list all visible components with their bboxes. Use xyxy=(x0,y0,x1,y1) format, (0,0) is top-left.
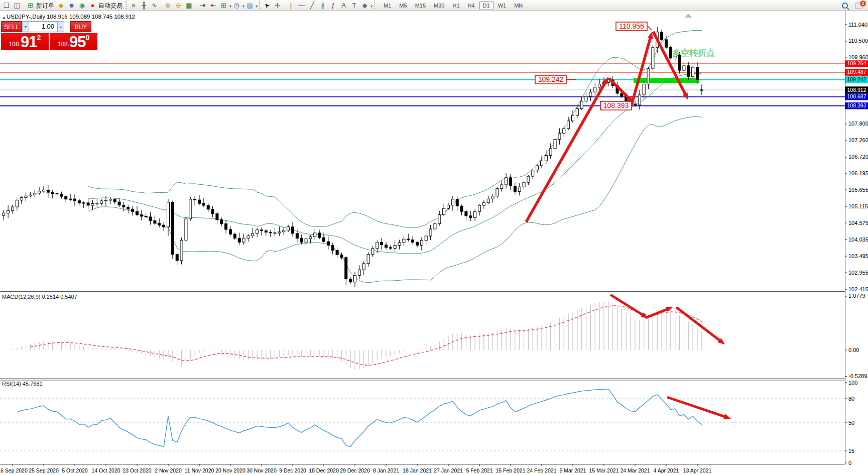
candle-body xyxy=(589,92,592,96)
candlestick-chart-icon[interactable]: ╫ xyxy=(139,1,149,10)
sell-price-box[interactable]: 108. 91 2 xyxy=(1,33,49,50)
new-order-button-label[interactable]: 新订单 xyxy=(36,2,54,9)
indicators-icon[interactable]: ⊞ xyxy=(219,1,228,10)
date-label[interactable]: 27 Jan 2021 xyxy=(434,467,463,473)
date-label[interactable]: 24 Mar 2021 xyxy=(621,467,650,473)
timeframe-m15[interactable]: M15 xyxy=(412,1,429,10)
rsi-tick-label: 50 xyxy=(848,420,854,426)
arrows-shapes-icon[interactable]: ◆ xyxy=(360,1,369,10)
buy-button[interactable]: BUY xyxy=(70,21,91,32)
date-label[interactable]: 24 Feb 2021 xyxy=(527,467,557,473)
volume-input[interactable]: 1.00 xyxy=(29,21,57,32)
date-label[interactable]: 30 Nov 2020 xyxy=(246,467,277,473)
auto-scroll-icon[interactable]: ⇥ xyxy=(198,1,207,10)
date-label[interactable]: 14 Oct 2020 xyxy=(91,467,120,473)
signals-icon[interactable]: ◉ xyxy=(77,1,87,10)
indicators-icon-caret[interactable]: ▾ xyxy=(229,4,231,9)
trend-arrow-head[interactable] xyxy=(648,32,653,39)
chart-profiles-icon[interactable]: ◫ xyxy=(12,1,22,10)
timeframe-d1[interactable]: D1 xyxy=(479,1,493,10)
text-icon[interactable]: A xyxy=(339,1,348,10)
date-label[interactable]: 20 Nov 2020 xyxy=(215,467,245,473)
date-label[interactable]: 16 Sep 2020 xyxy=(0,467,28,473)
date-label[interactable]: 15 Mar 2021 xyxy=(589,467,619,473)
crosshair-icon[interactable]: ✛ xyxy=(273,1,282,10)
templates-icon[interactable]: ▤ xyxy=(245,1,255,10)
date-label[interactable]: 25 Sep 2020 xyxy=(29,467,59,473)
text-label-icon[interactable]: T xyxy=(349,1,359,10)
trend-arrow[interactable] xyxy=(667,397,726,417)
zoom-out-icon[interactable]: ⊖ xyxy=(174,1,183,10)
trendline-icon[interactable]: ╱ xyxy=(307,1,317,10)
date-label[interactable]: 5 Feb 2021 xyxy=(466,467,492,473)
candle-body xyxy=(202,203,205,205)
periods-icon-caret[interactable]: ▾ xyxy=(242,4,244,9)
trend-arrow-head[interactable] xyxy=(666,307,673,312)
fibonacci-icon[interactable]: ƒ xyxy=(328,1,338,10)
chart-shift-icon[interactable]: ⇤ xyxy=(208,1,218,10)
volume-increase-button[interactable]: ▲ xyxy=(57,21,64,32)
date-label[interactable]: 18 Dec 2020 xyxy=(309,467,339,473)
community-icon[interactable]: ☻ xyxy=(67,1,76,10)
horizontal-line-icon[interactable]: — xyxy=(297,1,306,10)
history-center-icon[interactable]: ◆ xyxy=(56,1,66,10)
vertical-line-icon[interactable]: | xyxy=(286,1,296,10)
new-order-button[interactable]: ⊞ xyxy=(26,1,35,10)
date-label[interactable]: 4 Apr 2021 xyxy=(654,467,679,473)
new-chart-window-icon[interactable]: ❏ xyxy=(2,1,11,10)
candle-body xyxy=(100,201,103,203)
date-label[interactable]: 18 Jan 2021 xyxy=(403,467,432,473)
trend-arrow[interactable] xyxy=(676,307,721,342)
scroll-marker-icon[interactable] xyxy=(685,14,692,18)
autotrading-button[interactable]: ● xyxy=(88,1,97,10)
volume-decrease-button[interactable]: ▼ xyxy=(22,21,29,32)
timeframe-m5[interactable]: M5 xyxy=(396,1,410,10)
candle-body xyxy=(638,95,641,105)
candle-body xyxy=(558,133,561,139)
date-label[interactable]: 23 Oct 2020 xyxy=(122,467,151,473)
candle-body xyxy=(438,215,441,224)
price-tick-label: 111.040 xyxy=(848,22,867,28)
date-label[interactable]: 11 Nov 2020 xyxy=(185,467,214,473)
equidistant-channel-icon[interactable]: ∦ xyxy=(318,1,327,10)
search-icon[interactable] xyxy=(842,3,848,9)
trend-arrow-head[interactable] xyxy=(723,414,731,419)
tile-windows-icon[interactable]: ▦ xyxy=(184,1,194,10)
trend-arrow[interactable] xyxy=(610,295,644,316)
chat-icon[interactable]: 1 xyxy=(855,3,863,9)
chart-canvas[interactable]: 110.956109.242108.393多空转折点111.040110.500… xyxy=(0,0,868,475)
date-label[interactable]: 29 Dec 2020 xyxy=(340,467,370,473)
trade-prices-row: 108. 91 2 108. 95 0 xyxy=(1,33,99,50)
date-label[interactable]: 2 Nov 2020 xyxy=(155,467,182,473)
green-zone-bar[interactable] xyxy=(634,78,699,83)
candle-body xyxy=(474,211,476,217)
buy-price-box[interactable]: 108. 95 0 xyxy=(50,33,97,50)
date-label[interactable]: 5 Mar 2021 xyxy=(559,467,586,473)
date-label[interactable]: 9 Dec 2020 xyxy=(279,467,306,473)
candle-body xyxy=(643,84,645,95)
trend-arrow[interactable] xyxy=(526,81,606,222)
date-label[interactable]: 8 Jan 2021 xyxy=(373,467,399,473)
line-chart-icon[interactable]: ∿ xyxy=(150,1,159,10)
cursor-icon[interactable]: ➤ xyxy=(260,0,273,12)
bar-chart-icon[interactable]: ≡ xyxy=(129,1,138,11)
collapse-triangle-icon[interactable]: ▴ xyxy=(3,15,5,20)
timeframe-m1[interactable]: M1 xyxy=(380,1,395,10)
timeframe-w1[interactable]: W1 xyxy=(494,1,510,10)
candle-body xyxy=(118,202,120,205)
sell-button[interactable]: SELL xyxy=(1,21,22,32)
date-label[interactable]: 13 Apr 2021 xyxy=(683,467,712,473)
arrows-shapes-icon-caret[interactable]: ▾ xyxy=(370,4,373,9)
timeframe-h4[interactable]: H4 xyxy=(464,1,478,10)
timeframe-m30[interactable]: M30 xyxy=(430,1,448,10)
timeframe-h1[interactable]: H1 xyxy=(449,1,463,10)
autotrading-button-label[interactable]: 自动交易 xyxy=(98,2,122,9)
templates-icon-caret[interactable]: ▾ xyxy=(256,4,258,9)
zoom-in-icon[interactable]: ⊕ xyxy=(163,1,173,10)
timeframe-mn[interactable]: MN xyxy=(511,1,526,10)
turning-point-note[interactable]: 多空转折点 xyxy=(672,48,715,58)
periods-icon[interactable]: ◷ xyxy=(232,1,241,10)
date-label[interactable]: 15 Feb 2021 xyxy=(496,467,526,473)
candle-body xyxy=(491,196,494,199)
date-label[interactable]: 5 Oct 2020 xyxy=(62,467,88,473)
